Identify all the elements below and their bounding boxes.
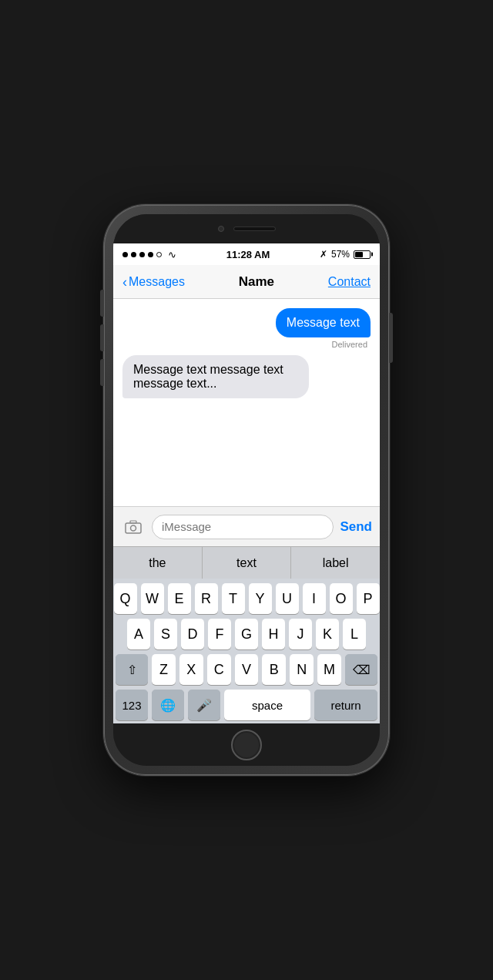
status-bar: ∿ 11:28 AM ✗ 57%	[113, 243, 380, 265]
back-chevron-icon: ‹	[122, 275, 127, 289]
speaker-slot	[233, 227, 276, 231]
key-i[interactable]: I	[303, 583, 326, 614]
key-m[interactable]: M	[317, 654, 341, 685]
space-key[interactable]: space	[224, 690, 310, 720]
camera-dot	[218, 226, 224, 232]
key-h[interactable]: H	[262, 619, 285, 649]
received-message-wrapper: Message text message text message text..…	[122, 355, 371, 398]
contact-button[interactable]: Contact	[328, 275, 371, 289]
key-z[interactable]: Z	[152, 654, 176, 685]
wifi-icon: ∿	[168, 249, 176, 260]
signal-dot-1	[122, 252, 128, 257]
phone-bottom-bar	[113, 723, 380, 766]
autocomplete-bar: the text label	[113, 546, 380, 579]
microphone-key[interactable]: 🎤	[188, 690, 220, 720]
globe-key[interactable]: 🌐	[152, 690, 184, 720]
autocomplete-text[interactable]: text	[203, 547, 292, 579]
key-d[interactable]: D	[181, 619, 204, 649]
input-bar: Send	[113, 506, 380, 546]
svg-rect-0	[126, 523, 141, 533]
back-button[interactable]: ‹ Messages	[122, 275, 185, 289]
key-o[interactable]: O	[330, 583, 353, 614]
key-e[interactable]: E	[168, 583, 191, 614]
key-g[interactable]: G	[235, 619, 258, 649]
sent-message-wrapper: Message text Delivered	[122, 308, 371, 349]
autocomplete-the[interactable]: the	[113, 547, 203, 579]
battery-body	[354, 250, 371, 259]
keyboard: Q W E R T Y U I O P A S D F G	[113, 579, 380, 723]
key-v[interactable]: V	[235, 654, 259, 685]
autocomplete-label[interactable]: label	[291, 547, 380, 579]
status-time: 11:28 AM	[226, 249, 270, 260]
screen: ∿ 11:28 AM ✗ 57% ‹ Messages	[113, 243, 380, 723]
key-f[interactable]: F	[208, 619, 231, 649]
signal-dot-2	[131, 252, 136, 257]
signal-area: ∿	[122, 249, 176, 260]
svg-point-1	[131, 525, 136, 531]
message-delivered-status: Delivered	[332, 340, 367, 349]
key-s[interactable]: S	[154, 619, 177, 649]
battery-percent: 57%	[331, 249, 350, 260]
key-a[interactable]: A	[127, 619, 150, 649]
sent-message-bubble: Message text	[276, 308, 371, 337]
messages-area: Message text Delivered Message text mess…	[113, 299, 380, 506]
bluetooth-icon: ✗	[320, 249, 327, 260]
signal-dot-4	[148, 252, 153, 257]
message-input[interactable]	[152, 515, 334, 539]
key-t[interactable]: T	[222, 583, 245, 614]
battery-fill	[355, 252, 363, 257]
keyboard-row-1: Q W E R T Y U I O P	[116, 583, 377, 614]
svg-rect-2	[130, 521, 136, 523]
conversation-title: Name	[239, 274, 274, 290]
keyboard-row-3: ⇧ Z X C V B N M ⌫	[116, 654, 377, 685]
key-j[interactable]: J	[289, 619, 312, 649]
navigation-bar: ‹ Messages Name Contact	[113, 265, 380, 299]
battery-icon	[354, 250, 371, 259]
keyboard-row-4: 123 🌐 🎤 space return	[116, 690, 377, 720]
phone-inner: ∿ 11:28 AM ✗ 57% ‹ Messages	[113, 214, 380, 766]
key-u[interactable]: U	[276, 583, 299, 614]
received-message-bubble: Message text message text message text..…	[122, 355, 309, 398]
key-x[interactable]: X	[179, 654, 203, 685]
key-q[interactable]: Q	[114, 583, 137, 614]
received-message-text: Message text message text message text..…	[133, 363, 283, 390]
key-k[interactable]: K	[316, 619, 339, 649]
status-right: ✗ 57%	[320, 249, 371, 260]
key-y[interactable]: Y	[249, 583, 272, 614]
phone-top-bar	[113, 214, 380, 243]
key-w[interactable]: W	[141, 583, 164, 614]
return-key[interactable]: return	[314, 690, 377, 720]
numbers-key[interactable]: 123	[116, 690, 148, 720]
signal-dot-5	[156, 252, 162, 257]
sent-message-text: Message text	[287, 316, 360, 329]
key-l[interactable]: L	[343, 619, 366, 649]
key-p[interactable]: P	[357, 583, 380, 614]
send-button[interactable]: Send	[340, 519, 372, 535]
phone-device: ∿ 11:28 AM ✗ 57% ‹ Messages	[104, 205, 389, 775]
keyboard-row-2: A S D F G H J K L	[116, 619, 377, 649]
key-b[interactable]: B	[262, 654, 286, 685]
camera-button[interactable]	[121, 515, 146, 539]
shift-key[interactable]: ⇧	[116, 654, 148, 685]
key-r[interactable]: R	[195, 583, 218, 614]
key-c[interactable]: C	[207, 654, 231, 685]
back-label: Messages	[129, 275, 185, 289]
key-n[interactable]: N	[290, 654, 314, 685]
signal-dot-3	[139, 252, 145, 257]
home-button[interactable]	[231, 730, 262, 760]
backspace-key[interactable]: ⌫	[345, 654, 377, 685]
